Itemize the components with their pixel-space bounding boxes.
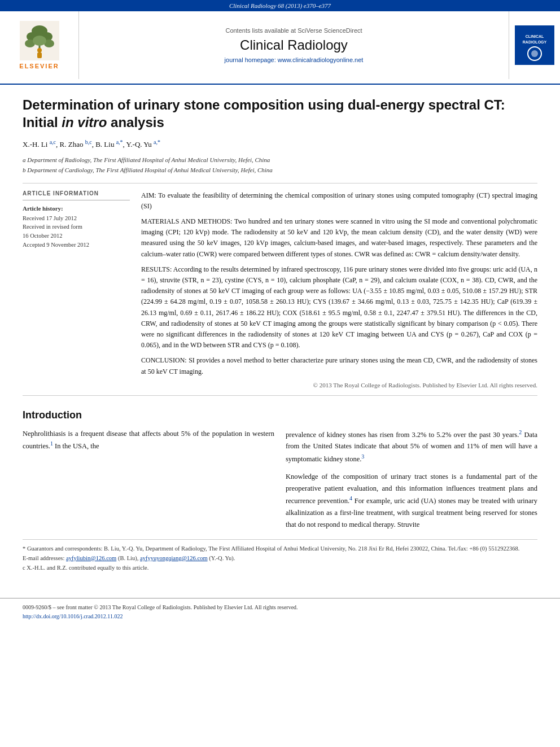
footnotes-area: * Guarantors and correspondents: B. Liu,… [23, 539, 537, 573]
svg-text:CLINICAL: CLINICAL [526, 34, 544, 38]
radiology-logo-svg: CLINICAL RADIOLOGY [515, 25, 554, 65]
article-info-divider [23, 200, 130, 200]
svg-point-14 [531, 50, 538, 57]
received-revised-label: Received in revised form [23, 222, 130, 231]
svg-text:RADIOLOGY: RADIOLOGY [523, 40, 547, 44]
footer-doi-link[interactable]: http://dx.doi.org/10.1016/j.crad.2012.11… [23, 613, 123, 619]
copyright-line: © 2013 The Royal College of Radiologists… [141, 382, 537, 388]
introduction-left-col: Nephrolithiasis is a frequent disease th… [23, 428, 274, 530]
introduction-heading: Introduction [23, 409, 537, 421]
journal-logo-icon: CLINICAL RADIOLOGY [515, 25, 554, 65]
journal-logo-box: CLINICAL RADIOLOGY [509, 11, 560, 79]
intro-right-para2: Knowledge of the composition of urinary … [286, 471, 537, 530]
abstract-results: RESULTS: According to the results determ… [141, 264, 537, 351]
journal-header: ELSEVIER Contents lists available at Sci… [0, 11, 560, 85]
email-liu-link[interactable]: ayfyliubin@126.com [66, 555, 116, 561]
footer-issn: 0009-9260/$ – see front matter © 2013 Th… [23, 603, 537, 612]
abstract-conclusion: CONCLUSION: SI provides a novel method t… [141, 355, 537, 377]
affiliation-b: b Department of Cardiology, The First Af… [23, 165, 537, 175]
revised-date: 16 October 2012 [23, 231, 130, 241]
email-yu-link[interactable]: ayfyyuyongqiang@126.com [140, 555, 208, 561]
svg-rect-9 [37, 53, 42, 58]
divider-after-affiliations [23, 183, 537, 184]
footnote-guarantors: * Guarantors and correspondents: B. Liu,… [23, 544, 537, 554]
accepted-date: Accepted 9 November 2012 [23, 241, 130, 250]
svg-point-7 [33, 36, 46, 46]
journal-name: Clinical Radiology [240, 37, 348, 53]
divider-before-intro [23, 395, 537, 396]
abstract-aim: AIM: To evaluate the feasibility of dete… [141, 190, 537, 212]
footer-area: 0009-9260/$ – see front matter © 2013 Th… [0, 598, 560, 626]
abstract-section: ARTICLE INFORMATION Article history: Rec… [23, 190, 537, 388]
authors-line: X.-H. Li a,c, R. Zhao b,c, B. Liu a,*, Y… [23, 139, 537, 149]
journal-banner: Clinical Radiology 68 (2013) e370–e377 [0, 0, 560, 11]
article-info-column: ARTICLE INFORMATION Article history: Rec… [23, 190, 130, 388]
svg-rect-10 [515, 25, 554, 65]
article-content: Determination of urinary stone compositi… [0, 85, 560, 584]
footnote-c: c X.-H.L. and R.Z. contributed equally t… [23, 563, 537, 573]
header-top-row: ELSEVIER Contents lists available at Sci… [0, 11, 560, 79]
affiliation-a: a Department of Radiology, The First Aff… [23, 155, 537, 165]
journal-center: Contents lists available at SciVerse Sci… [79, 11, 509, 79]
received-date: Received 17 July 2012 [23, 214, 130, 223]
article-info-heading: ARTICLE INFORMATION [23, 190, 130, 196]
abstract-text: AIM: To evaluate the feasibility of dete… [141, 190, 537, 377]
introduction-section: Introduction Nephrolithiasis is a freque… [23, 409, 537, 530]
introduction-body: Nephrolithiasis is a frequent disease th… [23, 428, 537, 530]
history-label: Article history: [23, 205, 130, 212]
intro-right-para1: prevalence of kidney stones has risen fr… [286, 428, 537, 465]
elsevier-tree-icon [20, 21, 59, 60]
journal-homepage-link[interactable]: journal homepage: www.clinicalradiologyo… [225, 56, 364, 63]
affiliations: a Department of Radiology, The First Aff… [23, 155, 537, 175]
intro-left-para: Nephrolithiasis is a frequent disease th… [23, 428, 274, 452]
elsevier-logo-box: ELSEVIER [0, 11, 79, 79]
abstract-methods: MATERIALS AND METHODS: Two hundred and t… [141, 216, 537, 260]
article-title: Determination of urinary stone compositi… [23, 96, 537, 131]
elsevier-wordmark: ELSEVIER [19, 63, 59, 69]
introduction-right-col: prevalence of kidney stones has risen fr… [286, 428, 537, 530]
elsevier-logo: ELSEVIER [19, 21, 59, 69]
abstract-column: AIM: To evaluate the feasibility of dete… [141, 190, 537, 388]
footnote-email: E-mail addresses: ayfyliubin@126.com (B.… [23, 554, 537, 563]
sciverse-text: Contents lists available at SciVerse Sci… [225, 27, 362, 34]
svg-point-8 [37, 48, 42, 53]
banner-text: Clinical Radiology 68 (2013) e370–e377 [229, 2, 331, 9]
